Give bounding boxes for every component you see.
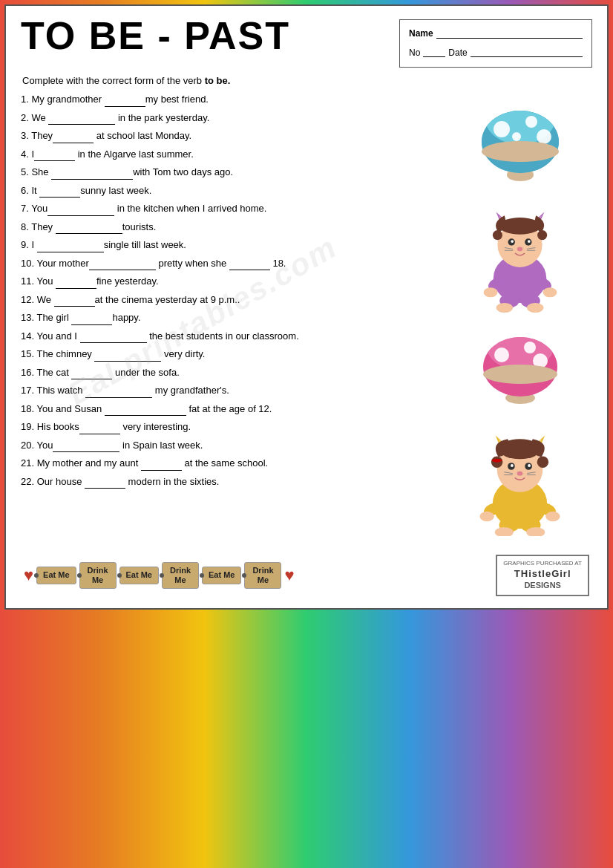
list-item: 7. You in the kitchen when I arrived hom…	[21, 201, 444, 216]
tag-eat-me-3: Eat Me	[202, 567, 241, 584]
list-item: 1. My grandmother my best friend.	[21, 92, 444, 107]
character2-image	[468, 417, 572, 536]
svg-point-36	[496, 303, 514, 313]
svg-point-9	[537, 129, 551, 144]
svg-point-34	[484, 287, 498, 297]
list-item: 3. They at school last Monday.	[21, 128, 444, 143]
date-label: Date	[448, 45, 467, 62]
list-item: 15. The chimney very dirty.	[21, 347, 444, 362]
svg-point-64	[537, 457, 548, 468]
brand-name: THistleGirl	[503, 568, 582, 581]
tag-drink-me-3: DrinkMe	[244, 562, 281, 589]
list-item: 10. Your mother pretty when she 18.	[21, 256, 444, 271]
svg-point-8	[525, 116, 537, 128]
name-block: Name No Date	[399, 19, 592, 68]
tag-eat-me-2: Eat Me	[119, 567, 159, 584]
list-item: 21. My mother and my aunt at the same sc…	[21, 456, 444, 471]
svg-point-55	[511, 464, 514, 467]
list-item: 16. The cat under the sofa.	[21, 365, 444, 380]
brand-top: GRAPHICS PURCHASED AT	[503, 560, 582, 567]
brand-box: GRAPHICS PURCHASED AT THistleGirl DESIGN…	[496, 555, 589, 596]
svg-point-29	[537, 230, 547, 240]
date-underline	[471, 48, 583, 57]
mushroom-blue-image	[476, 96, 565, 181]
list-item: 14. You and I the best students in our c…	[21, 329, 444, 344]
svg-point-43	[494, 347, 509, 362]
footer: ♥ Eat Me DrinkMe Eat Me DrinkMe Eat Me D…	[21, 550, 592, 601]
svg-point-37	[527, 303, 544, 313]
svg-point-20	[511, 240, 514, 243]
tag-drink-me-2: DrinkMe	[162, 562, 199, 589]
page-title: TO BE - PAST	[21, 16, 290, 55]
svg-point-57	[517, 471, 523, 476]
instruction: Complete with the correct form of the ve…	[22, 75, 592, 86]
list-item: 18. You and Susan fat at the age of 12.	[21, 402, 444, 417]
svg-point-44	[524, 342, 536, 353]
svg-point-28	[493, 230, 502, 240]
svg-point-69	[479, 512, 494, 522]
list-item: 17. This watch my grandfather's.	[21, 383, 444, 398]
svg-point-70	[545, 512, 560, 522]
svg-point-56	[528, 464, 531, 467]
list-item: 19. His books very interesting.	[21, 420, 444, 434]
list-item: 2. We in the park yesterday.	[21, 111, 444, 125]
list-item: 6. It sunny last week.	[21, 183, 444, 198]
mushroom-pink-image	[479, 324, 561, 404]
list-item: 22. Our house modern in the sixties.	[21, 474, 444, 489]
brand-sub: DESIGNS	[503, 580, 582, 590]
tag-drink-me-1: DrinkMe	[79, 562, 117, 589]
svg-point-62	[499, 439, 541, 459]
list-item: 11. You fine yesterday.	[21, 274, 444, 289]
heart-left: ♥	[24, 566, 33, 585]
tag-eat-me-1: Eat Me	[36, 567, 76, 584]
sentences-column: 1. My grandmother my best friend. 2. We …	[21, 92, 444, 540]
svg-point-11	[482, 141, 559, 162]
exercise-area: 1. My grandmother my best friend. 2. We …	[21, 92, 592, 540]
svg-point-10	[512, 132, 521, 141]
list-item: 8. They tourists.	[21, 220, 444, 235]
images-column	[444, 92, 592, 540]
svg-point-46	[483, 365, 557, 384]
svg-point-35	[543, 287, 557, 297]
list-item: 20. You in Spain last week.	[21, 438, 444, 453]
list-item: 5. She with Tom two days ago.	[21, 165, 444, 180]
list-item: 4. I in the Algarve last summer.	[21, 147, 444, 162]
heart-right: ♥	[284, 566, 294, 585]
svg-point-22	[517, 247, 523, 252]
list-item: 9. I single till last week.	[21, 238, 444, 252]
name-label: Name	[409, 26, 433, 42]
svg-point-7	[494, 121, 510, 137]
footer-items: ♥ Eat Me DrinkMe Eat Me DrinkMe Eat Me D…	[24, 562, 295, 589]
header: TO BE - PAST Name No Date	[21, 16, 592, 68]
list-item: 12. We at the cinema yesterday at 9 p.m.…	[21, 293, 444, 307]
name-underline	[436, 30, 583, 39]
svg-point-21	[528, 240, 531, 243]
no-underline	[423, 48, 445, 57]
no-label: No	[409, 45, 420, 62]
character1-image	[468, 195, 572, 313]
list-item: 13. The girl happy.	[21, 310, 444, 325]
